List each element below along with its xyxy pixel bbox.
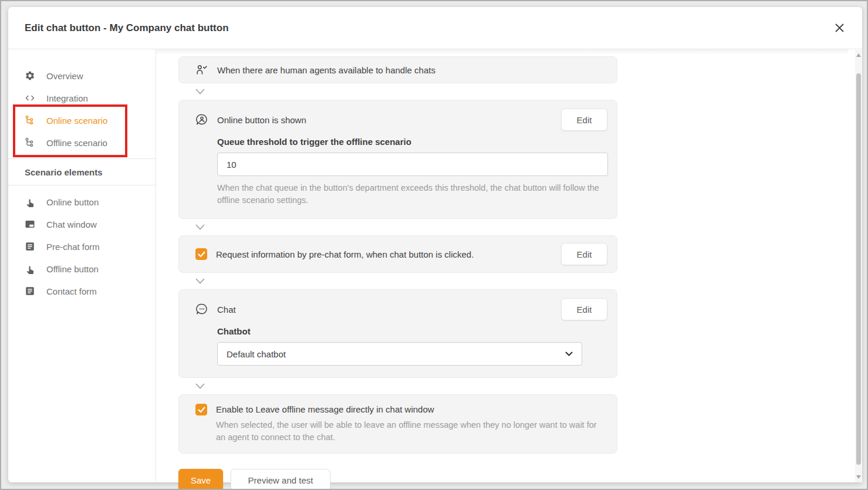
offline-message-panel: Enable to Leave offline message directly… xyxy=(178,394,617,454)
chat-panel-title: Chat xyxy=(217,305,236,315)
online-button-panel: Online button is shown Edit Queue thresh… xyxy=(178,100,617,219)
sidebar-item-label: Offline scenario xyxy=(46,138,107,148)
chat-panel: Chat Edit Chatbot Default chatbot xyxy=(178,289,617,378)
dialog-title: Edit chat button - My Company chat butto… xyxy=(25,22,229,34)
sidebar-item-label: Offline button xyxy=(46,264,99,274)
sidebar-item-label: Overview xyxy=(46,71,83,81)
chatbot-select[interactable]: Default chatbot xyxy=(217,342,582,366)
scrollbar-up-arrow[interactable] xyxy=(855,51,862,59)
screen: Edit chat button - My Company chat butto… xyxy=(0,0,868,490)
sidebar-item-label: Online scenario xyxy=(46,116,107,126)
scenario-content: When there are human agents available to… xyxy=(156,49,862,482)
chatbot-selected-value: Default chatbot xyxy=(227,349,286,359)
sidebar-item-offline-scenario[interactable]: Offline scenario xyxy=(8,131,156,154)
touch-button-icon xyxy=(25,197,35,207)
close-icon xyxy=(835,23,845,33)
sidebar-item-contact-form[interactable]: Contact form xyxy=(8,280,156,302)
form-icon xyxy=(25,286,35,296)
gear-icon xyxy=(25,70,35,81)
chevron-down-icon[interactable] xyxy=(195,89,205,94)
chatbot-label: Chatbot xyxy=(217,326,607,336)
prechat-checkbox[interactable] xyxy=(195,248,207,260)
form-icon xyxy=(25,241,35,252)
sidebar-item-label: Contact form xyxy=(46,286,97,296)
dialog-header: Edit chat button - My Company chat butto… xyxy=(8,7,862,49)
chevron-down-icon[interactable] xyxy=(195,383,205,389)
offline-message-help: When selected, the user will be able to … xyxy=(216,419,607,444)
preview-and-test-button[interactable]: Preview and test xyxy=(231,469,330,490)
action-bar: Save Preview and test xyxy=(178,469,862,490)
touch-button-icon xyxy=(25,263,35,274)
scrollbar-down-arrow[interactable] xyxy=(855,473,862,481)
queue-threshold-help: When the chat queue in the button's depa… xyxy=(217,182,607,207)
sidebar-item-chat-window[interactable]: Chat window xyxy=(8,213,156,235)
edit-prechat-button[interactable]: Edit xyxy=(561,243,607,265)
sidebar-item-offline-button[interactable]: Offline button xyxy=(8,258,156,280)
availability-condition-panel: When there are human agents available to… xyxy=(178,56,617,83)
scenario-elements-header: Scenario elements xyxy=(8,159,156,185)
chevron-down-icon[interactable] xyxy=(195,224,205,230)
sidebar-item-label: Pre-chat form xyxy=(46,242,100,252)
scrollbar[interactable] xyxy=(855,50,862,482)
chevron-down-icon xyxy=(565,352,573,356)
sidebar-item-label: Online button xyxy=(46,197,99,207)
sidebar-item-integration[interactable]: Integration xyxy=(8,87,156,109)
edit-online-button[interactable]: Edit xyxy=(561,109,607,131)
scenario-tree-icon xyxy=(25,115,35,126)
sidebar-item-online-scenario[interactable]: Online scenario xyxy=(8,109,156,131)
prechat-checkbox-label: Request information by pre-chat form, wh… xyxy=(216,249,474,259)
edit-chat-button-dialog: Edit chat button - My Company chat butto… xyxy=(8,7,862,482)
sidebar-item-pre-chat-form[interactable]: Pre-chat form xyxy=(8,235,156,258)
sidebar: Overview Integration Online scenario xyxy=(8,49,156,482)
agent-available-icon xyxy=(195,64,208,76)
online-button-panel-title: Online button is shown xyxy=(217,115,306,125)
sidebar-item-label: Integration xyxy=(46,93,88,103)
code-icon xyxy=(25,93,35,103)
edit-chat-button[interactable]: Edit xyxy=(561,298,607,320)
queue-threshold-label: Queue threshold to trigger the offline s… xyxy=(217,137,607,147)
chevron-down-icon[interactable] xyxy=(195,278,205,284)
queue-threshold-input[interactable] xyxy=(217,153,608,176)
save-button[interactable]: Save xyxy=(178,469,223,490)
offline-message-checkbox[interactable] xyxy=(195,404,207,415)
close-button[interactable] xyxy=(831,20,847,36)
scrollbar-thumb[interactable] xyxy=(856,73,861,465)
offline-message-label: Enable to Leave offline message directly… xyxy=(216,404,607,414)
scenario-tree-icon xyxy=(25,137,35,148)
sidebar-item-label: Chat window xyxy=(46,219,97,229)
sidebar-item-online-button[interactable]: Online button xyxy=(8,191,156,213)
chat-bubble-icon xyxy=(195,303,208,316)
agent-bubble-icon xyxy=(195,113,208,126)
availability-condition-text: When there are human agents available to… xyxy=(217,65,435,75)
chat-window-icon xyxy=(25,219,35,229)
prechat-form-panel: Request information by pre-chat form, wh… xyxy=(178,235,617,273)
sidebar-item-overview[interactable]: Overview xyxy=(8,65,156,87)
